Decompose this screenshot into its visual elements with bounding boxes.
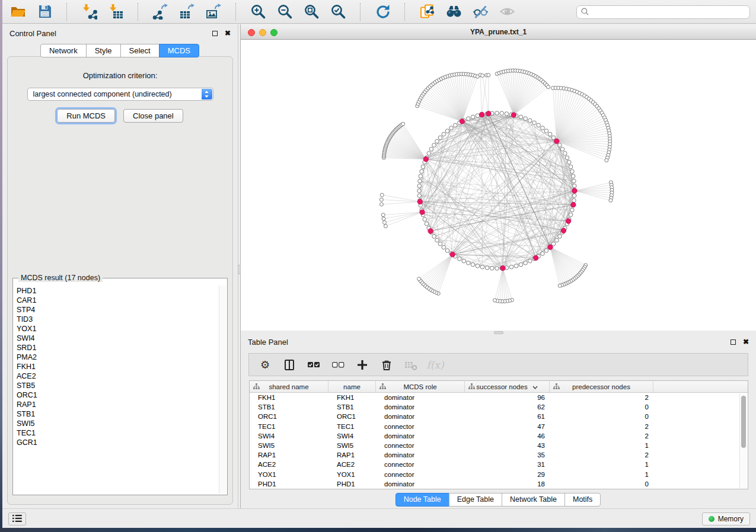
panel-menu-button[interactable] (8, 512, 26, 525)
table-row[interactable]: SWI5SWI5connector431 (250, 441, 748, 450)
tab-edge-table[interactable]: Edge Table (449, 493, 502, 507)
unselect-all-icon[interactable] (331, 358, 344, 371)
result-node[interactable]: TEC1 (17, 428, 218, 438)
zoom-out-icon[interactable] (276, 4, 293, 20)
zoom-selected-icon[interactable] (330, 4, 346, 20)
toolbar-separator (404, 3, 405, 21)
result-node[interactable]: STB5 (17, 381, 218, 390)
cell-shared-name: PHD1 (250, 480, 328, 488)
result-node[interactable]: PHD1 (17, 286, 218, 296)
close-panel-icon[interactable]: ✖ (743, 338, 749, 345)
cell-predecessor-nodes: 2 (550, 451, 653, 459)
result-node[interactable]: STP4 (17, 305, 218, 315)
search-input[interactable] (591, 7, 749, 18)
cell-successor-nodes: 47 (465, 423, 550, 430)
result-node[interactable]: SRD1 (17, 343, 218, 352)
delete-table-icon (404, 358, 417, 371)
table-panel-header: Table Panel ✖ (241, 335, 756, 349)
result-node[interactable]: STB1 (17, 409, 218, 419)
save-session-icon[interactable] (36, 4, 53, 20)
float-panel-icon[interactable] (212, 31, 218, 36)
create-column-icon[interactable] (356, 358, 369, 371)
table-row[interactable]: ORC1ORC1dominator610 (250, 412, 748, 421)
network-window-titlebar[interactable]: YPA_prune.txt_1 (241, 24, 756, 40)
column-header-mcds-role[interactable]: MCDS role (376, 381, 465, 392)
export-table-icon[interactable] (178, 4, 195, 20)
export-image-icon[interactable] (205, 4, 222, 20)
table-row[interactable]: PHD1PHD1dominator180 (250, 479, 748, 489)
result-node[interactable]: GCR1 (17, 438, 218, 447)
result-node[interactable]: PMA2 (17, 352, 218, 362)
tab-motifs[interactable]: Motifs (564, 493, 601, 507)
refresh-layout-icon[interactable] (374, 4, 391, 20)
zoom-fit-icon[interactable] (303, 4, 320, 20)
result-node[interactable]: ORC1 (17, 390, 218, 400)
memory-status-icon (709, 516, 714, 522)
close-panel-icon[interactable]: ✖ (225, 30, 231, 37)
open-file-icon[interactable] (9, 4, 26, 20)
result-node[interactable]: RAP1 (17, 400, 218, 409)
column-header-successor-nodes[interactable]: successor nodes (465, 381, 550, 392)
network-canvas[interactable] (241, 40, 756, 331)
result-scrollbar[interactable] (219, 286, 226, 493)
clone-network-icon[interactable] (419, 4, 435, 20)
show-columns-icon[interactable] (283, 358, 296, 371)
cell-successor-nodes: 18 (465, 480, 550, 488)
result-node[interactable]: YOX1 (17, 324, 218, 334)
tab-mcds[interactable]: MCDS (159, 44, 199, 57)
cell-successor-nodes: 61 (465, 413, 550, 420)
table-row[interactable]: SWI4SWI4dominator462 (250, 431, 748, 441)
result-node[interactable]: TID3 (17, 315, 218, 324)
result-node[interactable]: ACE2 (17, 371, 218, 381)
cell-name: FKH1 (328, 394, 376, 401)
horizontal-splitter[interactable] (241, 331, 756, 335)
tab-style[interactable]: Style (86, 44, 121, 57)
cell-name: ACE2 (328, 461, 376, 468)
result-node[interactable]: CAR1 (17, 296, 218, 305)
export-network-icon[interactable] (152, 4, 168, 20)
import-table-icon[interactable] (107, 4, 124, 20)
cell-mcds-role: dominator (376, 403, 465, 411)
application-window: Control Panel ✖ NetworkStyleSelectMCDS O… (0, 0, 756, 532)
table-scrollbar[interactable] (739, 393, 747, 488)
tab-select[interactable]: Select (120, 44, 160, 57)
column-type-icon (468, 383, 475, 391)
hide-selected-icon[interactable] (472, 4, 489, 20)
table-row[interactable]: ACE2ACE2connector311 (250, 460, 748, 469)
run-mcds-button[interactable]: Run MCDS (57, 109, 115, 123)
desktop-wallpaper-bottom (0, 528, 756, 532)
tab-network-table[interactable]: Network Table (502, 493, 565, 507)
result-node[interactable]: FKH1 (17, 362, 218, 371)
column-header-predecessor-nodes[interactable]: predecessor nodes (550, 381, 653, 392)
table-row[interactable]: FKH1FKH1dominator962 (250, 393, 748, 402)
mcds-panel: Optimization criterion: largest connecte… (7, 56, 233, 505)
search-box[interactable] (576, 5, 750, 19)
memory-button[interactable]: Memory (702, 512, 750, 525)
optimization-select[interactable]: largest connected component (undirected) (27, 88, 213, 101)
column-header-shared-name[interactable]: shared name (250, 381, 328, 392)
cell-mcds-role: dominator (376, 480, 465, 488)
find-icon[interactable] (445, 4, 462, 20)
cell-mcds-role: dominator (376, 451, 465, 459)
cell-name: ORC1 (328, 413, 376, 420)
import-network-icon[interactable] (81, 4, 97, 20)
tab-node-table[interactable]: Node Table (395, 493, 449, 507)
scrollbar-thumb[interactable] (741, 396, 746, 448)
table-mode-icon[interactable]: ⚙ (259, 358, 272, 371)
cell-shared-name: RAP1 (250, 451, 328, 459)
close-panel-button[interactable]: Close panel (123, 109, 183, 123)
result-node[interactable]: SWI5 (17, 419, 218, 428)
cell-predecessor-nodes: 1 (550, 442, 653, 449)
table-row[interactable]: YOX1YOX1connector291 (250, 470, 748, 479)
table-row[interactable]: RAP1RAP1dominator352 (250, 450, 748, 460)
delete-columns-icon[interactable] (380, 358, 393, 371)
table-row[interactable]: TEC1TEC1connector472 (250, 422, 748, 431)
float-panel-icon[interactable] (731, 339, 736, 345)
splitter-handle[interactable] (494, 331, 503, 334)
table-row[interactable]: STB1STB1dominator620 (250, 402, 748, 412)
tab-network[interactable]: Network (40, 44, 87, 57)
zoom-in-icon[interactable] (250, 4, 266, 20)
result-node[interactable]: SWI4 (17, 334, 218, 343)
select-all-icon[interactable] (307, 358, 320, 371)
column-header-name[interactable]: name (328, 381, 376, 392)
